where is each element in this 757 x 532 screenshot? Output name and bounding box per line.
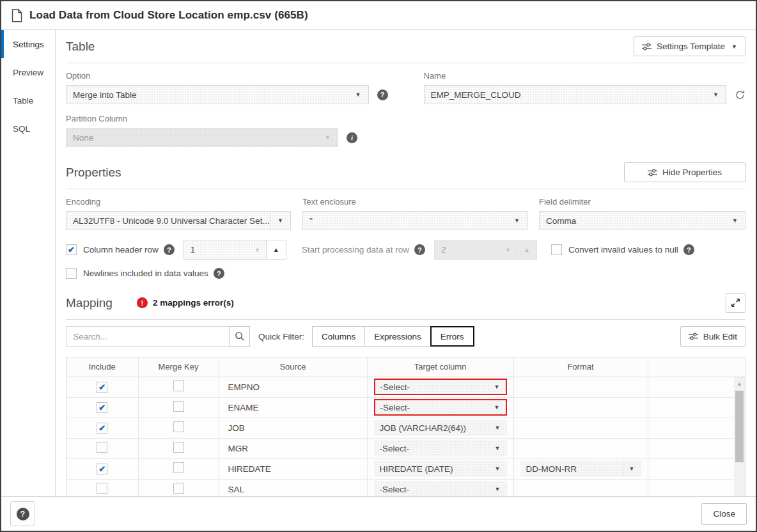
chevron-down-icon: ▼ [499, 240, 517, 259]
dialog-title: Load Data from Cloud Store Location emp.… [29, 9, 308, 22]
chevron-down-icon: ▼ [507, 217, 527, 224]
encoding-field-group: Encoding AL32UTF8 - Unicode 9.0 Universa… [66, 197, 291, 230]
column-header-row-value[interactable]: 1 ▼ [183, 240, 267, 260]
source-column-name: JOB [228, 423, 245, 433]
info-icon[interactable]: i [347, 132, 357, 143]
field-delimiter-label: Field delimiter [539, 197, 745, 207]
column-header-row-stepper: 1 ▼ ▲ [183, 240, 286, 260]
expand-icon [731, 298, 740, 308]
sidebar-item-settings[interactable]: Settings [1, 30, 55, 58]
search-input[interactable] [66, 326, 229, 347]
include-checkbox[interactable] [97, 382, 107, 393]
error-icon: ! [137, 297, 148, 308]
table-row: JOBJOB (VARCHAR2(64))▼ [66, 418, 745, 438]
help-icon[interactable]: ? [414, 244, 425, 255]
name-field-group: Name EMP_MERGE_CLOUD ▼ [424, 71, 746, 104]
source-column-name: ENAME [228, 403, 259, 412]
include-checkbox[interactable] [97, 464, 107, 474]
merge-key-checkbox[interactable] [173, 483, 184, 494]
chevron-up-icon: ▲ [517, 240, 537, 260]
close-button[interactable]: Close [701, 503, 747, 525]
include-checkbox[interactable] [97, 402, 107, 413]
chevron-down-icon: ▼ [494, 384, 506, 390]
chevron-down-icon: ▼ [318, 134, 338, 141]
dialog-footer: ? Close [1, 496, 756, 531]
scrollbar-thumb[interactable] [735, 391, 744, 462]
mapping-error-summary: ! 2 mappings error(s) [137, 297, 234, 308]
convert-invalid-checkbox[interactable] [551, 244, 562, 255]
help-icon[interactable]: ? [214, 268, 224, 279]
column-header: Source [219, 357, 367, 377]
sliders-icon [689, 332, 698, 340]
partition-select: None ▼ [66, 128, 338, 147]
include-checkbox[interactable] [97, 483, 107, 494]
target-column-select[interactable]: -Select-▼ [374, 440, 507, 457]
chevron-down-icon[interactable]: ▼ [249, 240, 266, 259]
chevron-up-icon[interactable]: ▲ [267, 240, 286, 260]
sidebar-item-table[interactable]: Table [1, 86, 55, 114]
field-delimiter-select[interactable]: Comma ▼ [539, 211, 745, 230]
mapping-section-title: Mapping [66, 296, 113, 310]
text-enclosure-label: Text enclosure [302, 197, 527, 207]
chevron-down-icon: ▼ [270, 212, 290, 230]
settings-template-button[interactable]: Settings Template ▼ [634, 36, 745, 56]
text-enclosure-select[interactable]: " ▼ [302, 211, 527, 230]
quick-filter-label: Quick Filter: [258, 332, 304, 341]
include-checkbox[interactable] [97, 423, 107, 434]
help-icon[interactable]: ? [683, 244, 694, 255]
target-column-select[interactable]: -Select-▼ [374, 379, 507, 395]
encoding-label: Encoding [66, 197, 291, 207]
column-header: Merge Key [138, 357, 219, 377]
hide-properties-button[interactable]: Hide Properties [624, 162, 745, 182]
help-icon[interactable]: ? [377, 90, 388, 100]
chevron-down-icon: ▼ [495, 445, 506, 451]
column-header: Include [66, 357, 138, 377]
source-column-name: SAL [228, 485, 245, 494]
expand-button[interactable] [726, 293, 745, 313]
target-column-select[interactable]: JOB (VARCHAR2(64))▼ [374, 419, 507, 436]
table-section-header: Table Settings Template ▼ [66, 35, 745, 63]
chevron-down-icon: ▼ [348, 91, 368, 98]
main-content: Table Settings Template ▼ [56, 30, 756, 496]
target-column-select[interactable]: -Select-▼ [374, 481, 507, 496]
option-select[interactable]: Merge into Table ▼ [66, 85, 369, 104]
table-row: MGR-Select-▼ [66, 438, 745, 458]
properties-section-title: Properties [66, 166, 121, 180]
newlines-checkbox[interactable] [66, 268, 77, 279]
help-icon: ? [17, 508, 29, 520]
search-icon [235, 331, 245, 341]
merge-key-checkbox[interactable] [173, 421, 184, 432]
refresh-icon[interactable] [735, 90, 745, 100]
target-column-select[interactable]: -Select-▼ [374, 399, 507, 416]
mapping-toolbar: Quick Filter: Columns Expressions Errors [66, 326, 745, 347]
merge-key-checkbox[interactable] [173, 380, 184, 391]
search-button[interactable] [229, 326, 250, 347]
source-column-name: HIREDATE [228, 464, 271, 474]
encoding-select[interactable]: AL32UTF8 - Unicode 9.0 Universal Charact… [66, 211, 291, 230]
convert-invalid-label: Convert invalid values to null [568, 245, 678, 254]
include-checkbox[interactable] [97, 442, 107, 453]
load-data-dialog: Load Data from Cloud Store Location emp.… [0, 0, 757, 532]
target-column-select[interactable]: HIREDATE (DATE)▼ [374, 460, 507, 477]
vertical-scrollbar[interactable]: ▲ ▼ [734, 377, 745, 496]
chevron-down-icon: ▼ [495, 486, 506, 492]
help-icon[interactable]: ? [164, 244, 175, 255]
help-button[interactable]: ? [10, 501, 35, 526]
table-section-title: Table [66, 40, 95, 54]
name-select[interactable]: EMP_MERGE_CLOUD ▼ [424, 85, 727, 104]
merge-key-checkbox[interactable] [173, 462, 184, 473]
column-header-row-checkbox[interactable] [66, 244, 77, 255]
text-enclosure-field-group: Text enclosure " ▼ [302, 197, 527, 230]
mapping-table-container: IncludeMerge KeySourceTarget columnForma… [66, 357, 745, 496]
filter-expressions-button[interactable]: Expressions [364, 326, 431, 347]
merge-key-checkbox[interactable] [173, 442, 184, 453]
sidebar-item-sql[interactable]: SQL [1, 114, 55, 143]
bulk-edit-button[interactable]: Bulk Edit [680, 326, 745, 347]
sidebar-item-preview[interactable]: Preview [1, 58, 55, 86]
filter-columns-button[interactable]: Columns [312, 326, 365, 347]
merge-key-checkbox[interactable] [173, 401, 184, 412]
scroll-up-icon[interactable]: ▲ [734, 379, 745, 389]
newlines-label: Newlines included in data values [83, 269, 208, 278]
filter-errors-button[interactable]: Errors [430, 326, 474, 347]
format-select[interactable]: DD-MON-RR▼ [520, 460, 641, 477]
